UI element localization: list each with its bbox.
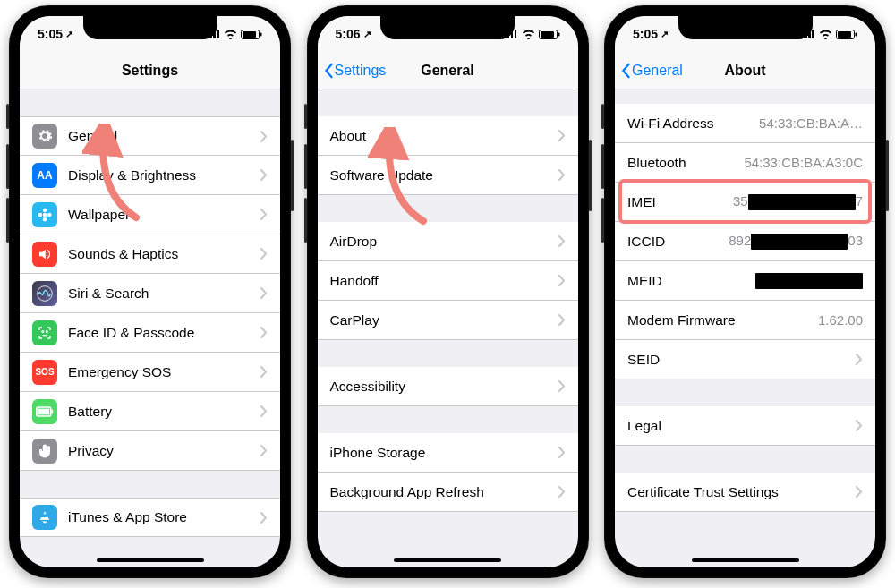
svg-point-7 — [47, 212, 52, 217]
row-label: Software Update — [330, 167, 551, 183]
general-row-background-app-refresh[interactable]: Background App Refresh — [318, 473, 578, 512]
flower-icon — [32, 202, 57, 227]
svg-point-5 — [43, 217, 47, 222]
settings-row-general[interactable]: General — [20, 116, 280, 156]
battery-icon — [241, 30, 262, 39]
appstore-icon — [32, 505, 57, 530]
chevron-right-icon — [856, 420, 863, 431]
general-row-iphone-storage[interactable]: iPhone Storage — [318, 433, 578, 473]
row-label: iPhone Storage — [330, 445, 551, 461]
svg-rect-16 — [558, 32, 559, 36]
settings-row-wallpaper[interactable]: Wallpaper — [20, 195, 280, 234]
chevron-right-icon — [260, 287, 268, 299]
nav-back-label: General — [632, 63, 683, 79]
status-time: 5:05 — [38, 27, 63, 41]
row-value: 54:33:CB:BA:A… — [759, 115, 863, 131]
location-icon: ↗ — [363, 29, 371, 40]
about-row-seid[interactable]: SEID — [615, 340, 875, 379]
speaker-icon — [32, 242, 57, 267]
svg-point-3 — [43, 212, 47, 217]
chevron-right-icon — [260, 366, 268, 378]
svg-point-4 — [43, 208, 47, 212]
chevron-right-icon — [260, 169, 268, 181]
general-row-software-update[interactable]: Software Update — [318, 156, 578, 195]
phone-about: 5:05 ↗ General About Wi-Fi Address54:33:… — [604, 5, 886, 578]
general-row-airdrop[interactable]: AirDrop — [318, 222, 578, 261]
notch — [83, 16, 217, 39]
home-indicator — [692, 558, 799, 562]
svg-rect-18 — [838, 31, 851, 38]
row-label: ICCID — [627, 234, 729, 250]
nav-back-button[interactable]: General — [620, 52, 683, 89]
settings-row-sounds-haptics[interactable]: Sounds & Haptics — [20, 234, 280, 274]
general-row-accessibility[interactable]: Accessibility — [318, 367, 578, 406]
settings-row-emergency-sos[interactable]: SOSEmergency SOS — [20, 353, 280, 392]
about-row-wi-fi-address: Wi-Fi Address54:33:CB:BA:A… — [615, 104, 875, 143]
row-value — [755, 272, 863, 289]
about-row-certificate-trust-settings[interactable]: Certificate Trust Settings — [615, 473, 875, 512]
status-time: 5:05 — [633, 27, 658, 41]
nav-title: General — [421, 63, 474, 79]
nav-back-button[interactable]: Settings — [323, 52, 387, 89]
svg-point-9 — [42, 330, 44, 332]
settings-row-itunes-app-store[interactable]: iTunes & App Store — [20, 498, 280, 537]
row-value: 357 — [733, 193, 863, 210]
row-value: 89203 — [729, 233, 863, 250]
svg-point-10 — [47, 330, 48, 332]
row-label: Siri & Search — [68, 285, 253, 302]
AA-icon: AA — [32, 163, 57, 188]
chevron-right-icon — [558, 314, 566, 326]
phone-general: 5:06 ↗ Settings General AboutSoftware Up… — [307, 5, 589, 578]
nav-title: Settings — [122, 63, 178, 79]
status-time: 5:06 — [336, 27, 361, 41]
svg-rect-2 — [260, 32, 262, 36]
nav-bar: Settings — [20, 52, 280, 89]
chevron-right-icon — [558, 447, 566, 458]
face-icon — [32, 320, 57, 345]
chevron-right-icon — [558, 169, 566, 181]
svg-point-8 — [38, 285, 53, 301]
about-row-iccid: ICCID89203 — [615, 222, 875, 261]
row-label: Privacy — [68, 443, 253, 459]
row-label: Bluetooth — [627, 155, 744, 171]
about-row-bluetooth: Bluetooth54:33:CB:BA:A3:0C — [615, 143, 875, 183]
about-row-meid: MEID — [615, 261, 875, 301]
row-label: Legal — [627, 418, 848, 434]
general-row-carplay[interactable]: CarPlay — [318, 301, 578, 340]
svg-rect-13 — [52, 409, 54, 413]
wifi-icon — [522, 30, 535, 39]
wifi-icon — [224, 30, 237, 39]
row-label: Accessibility — [330, 379, 551, 395]
battery-icon — [836, 30, 857, 39]
settings-row-battery[interactable]: Battery — [20, 392, 280, 431]
svg-rect-19 — [856, 32, 857, 36]
settings-row-siri-search[interactable]: Siri & Search — [20, 274, 280, 313]
settings-row-display-brightness[interactable]: AADisplay & Brightness — [20, 156, 280, 195]
general-row-handoff[interactable]: Handoff — [318, 261, 578, 301]
row-label: General — [68, 128, 253, 144]
row-value: 1.62.00 — [818, 312, 863, 328]
hand-icon — [32, 439, 57, 464]
svg-rect-1 — [243, 31, 256, 38]
row-label: Wallpaper — [68, 207, 253, 223]
row-label: Certificate Trust Settings — [627, 484, 848, 500]
SOS-icon: SOS — [32, 360, 57, 385]
settings-row-privacy[interactable]: Privacy — [20, 431, 280, 471]
chevron-right-icon — [856, 354, 863, 365]
phone-settings: 5:05 ↗ Settings GeneralAADisplay & Brigh… — [9, 5, 291, 578]
about-row-legal[interactable]: Legal — [615, 406, 875, 446]
chevron-right-icon — [260, 327, 268, 338]
row-label: iTunes & App Store — [68, 509, 253, 525]
row-label: Modem Firmware — [627, 312, 818, 328]
chevron-right-icon — [260, 445, 268, 456]
row-label: AirDrop — [330, 234, 551, 250]
general-row-about[interactable]: About — [318, 116, 578, 156]
home-indicator — [97, 558, 204, 562]
chevron-right-icon — [856, 486, 863, 498]
row-label: SEID — [627, 352, 848, 368]
nav-bar: Settings General — [318, 52, 578, 89]
nav-title: About — [724, 63, 765, 79]
battery-icon — [32, 399, 57, 424]
settings-row-face-id-passcode[interactable]: Face ID & Passcode — [20, 313, 280, 353]
chevron-right-icon — [260, 512, 268, 524]
